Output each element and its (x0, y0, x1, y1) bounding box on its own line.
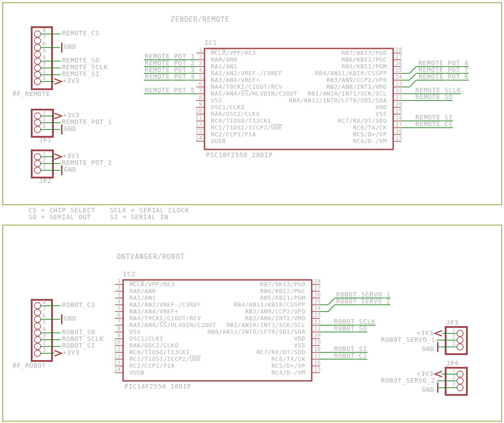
ic-pin-number: 14 (195, 135, 202, 141)
reference-label: IC1 (204, 39, 217, 46)
pin-circle (34, 323, 41, 329)
connector-pin-number: 1 (43, 346, 46, 353)
ic2-symbol[interactable]: IC2 PIC18F2550_28DIP 1MCLR/VPP/RE32RA0/A… (114, 270, 321, 390)
legend-text: SI = SERIAL IN (110, 213, 168, 221)
ic-pin-number: 26 (395, 60, 402, 67)
ic-pin-number: 26 (314, 292, 321, 298)
net-remote-pot-4[interactable]: REMOTE_POT_4 (144, 73, 196, 81)
rf-remote-nets[interactable]: REMOTE_CS GND REMOTE_SO REMOTE_SCLK REMO… (41, 29, 108, 84)
ic-pin-number: 13 (195, 128, 202, 135)
jp1-connector[interactable]: 3 2 1 JP1 +3V3 REMOTE_POT_1 GND (32, 109, 112, 144)
net-label[interactable]: GND (422, 345, 434, 352)
net-label[interactable]: +3V3 (63, 152, 80, 159)
rf-robot-nets[interactable]: ROBOT_CS GND ROBOT_SO ROBOT_SCLK ROBOT_S… (41, 301, 104, 356)
ic-pin-name: VDD (376, 104, 387, 111)
net-remote-so[interactable]: REMOTE_SO (401, 93, 453, 101)
ic-pin-number: 1 (117, 278, 121, 284)
net-label[interactable]: ROBOT_SERVO_1 (381, 336, 435, 344)
net-robot-servo-2[interactable]: ROBOT_SERVO_2 (320, 298, 390, 312)
ic-pin-number: 25 (314, 298, 321, 305)
net-label[interactable]: +3V3 (63, 77, 80, 84)
net-label[interactable]: GND (64, 125, 76, 132)
ic-pin-name: RC4/D-/VM (271, 369, 305, 376)
ic-pin-name: RB6/KBI2/PGC (260, 288, 305, 294)
net-label[interactable]: ROBOT_CS (334, 352, 367, 360)
net-label[interactable]: GND (64, 315, 76, 322)
net-robot-so[interactable]: ROBOT_SO (320, 325, 367, 332)
ic-pin-number: 16 (395, 128, 402, 135)
reference-label: JP2 (39, 177, 52, 184)
ic-pin-name: RC7/RX/DT/SDO (257, 349, 305, 356)
net-label[interactable]: REMOTE_POT_4 (145, 73, 195, 81)
ic-pin-number: 5 (199, 74, 202, 80)
net-label[interactable]: GND (64, 166, 76, 173)
ic-pin-name: RB1/AN10/INT1/SCK/SCL (226, 322, 305, 328)
ic-pin-number: 20 (395, 101, 402, 107)
ic-pin-number: 22 (314, 319, 321, 325)
net-label[interactable]: REMOTE_POT_6 (418, 73, 469, 81)
power-flag-icon (54, 154, 62, 159)
connector-pin-number: 1 (43, 163, 46, 170)
legend-text: SO = SERIAL OUT (29, 213, 91, 221)
pin-circle (34, 160, 41, 167)
ic-pin-number: 18 (314, 346, 321, 352)
net-label[interactable]: ROBOT_SO (334, 325, 367, 332)
pin-circle (34, 58, 41, 64)
ic-pin-name: RB0/AN12/INT0/LFT0/SDI/SDA (208, 328, 306, 335)
ic-pin-name: RC7/RX/DT/SDO (338, 117, 387, 124)
net-label[interactable]: +3V3 (417, 370, 433, 377)
net-wire[interactable] (401, 80, 469, 87)
ic-pin-name: VSS (129, 328, 141, 335)
net-label[interactable]: GND (64, 43, 76, 50)
ic-pin-number: 6 (199, 81, 202, 87)
pin-circle (34, 44, 41, 51)
pin-circle (457, 385, 463, 391)
net-remote-pot-6[interactable]: REMOTE_POT_6 (401, 73, 469, 87)
section-title-robot: ONTVANGER/ROBOT (117, 253, 185, 261)
power-flag-icon (435, 331, 442, 336)
connector-body (446, 368, 467, 395)
jp2-connector[interactable]: 3 2 1 JP2 +3V3 REMOTE_POT_2 GND (32, 150, 112, 184)
rf-robot-connector[interactable]: 8 7 6 5 4 3 2 1 RF_ROBOT (13, 299, 52, 370)
net-label[interactable]: REMOTE_POT_5 (145, 87, 195, 94)
ic-pin-name: RA1/AN1 (211, 63, 237, 70)
ic-pin-number: 22 (395, 87, 402, 94)
power-flag-icon (435, 371, 442, 377)
connector-pin-number: 5 (43, 319, 46, 326)
net-label[interactable]: ROBOT_SERVO_2 (381, 377, 435, 385)
net-label[interactable]: REMOTE_CS (415, 120, 453, 128)
ic-pin-name: RA6/OSC2/CLKO (129, 342, 178, 349)
ic-pin-number: 20 (314, 332, 321, 339)
net-wire[interactable] (320, 305, 390, 312)
ic-pin-name: MCLR/VPP/RE3 (129, 281, 175, 288)
ic-pin-number: 15 (314, 366, 321, 373)
reference-label: RF_ROBOT (13, 362, 46, 370)
ic-pin-rows: 1MCLR/VPP/RE32RA0/AN03RA1/AN14RA2/AN2/VR… (195, 47, 298, 144)
ic-pin-number: 7 (199, 87, 202, 94)
net-remote-pot-5[interactable]: REMOTE_POT_5 (144, 87, 196, 94)
connector-pin-number: 7 (43, 34, 46, 40)
net-label[interactable]: +3V3 (417, 329, 433, 336)
pin-circle (457, 337, 463, 343)
net-label[interactable]: ROBOT_SERVO_2 (336, 298, 390, 305)
legend: CS = CHIP SELECT SCLK = SERIAL CLOCK SO … (29, 207, 189, 221)
pin-circle (34, 316, 41, 322)
ic-pin-name: RC6/TX/CK (353, 124, 387, 131)
part-value-label: PIC18F2550_28DIP (124, 383, 191, 390)
ic-pin-name: RA0/AN0 (129, 288, 156, 294)
ic1-symbol[interactable]: IC1 PIC18F2550_28DIP 1MCLR/VPP/RE32RA0/A… (195, 39, 403, 159)
net-label[interactable]: REMOTE_CS (62, 29, 100, 37)
net-label[interactable]: REMOTE_SO (415, 93, 453, 101)
connector-body (446, 327, 467, 354)
net-label[interactable]: +3V3 (63, 111, 80, 119)
connector-pin-number: 2 (43, 157, 46, 163)
ic-pin-name: RC0/TIOSO/T13CKI (129, 349, 190, 356)
jp3-connector[interactable]: 1 2 3 JP3 +3V3 ROBOT_SERVO_1 GND (381, 319, 467, 354)
net-label[interactable]: ROBOT_CS (62, 301, 95, 309)
rf-remote-connector[interactable]: 8 7 6 5 4 3 2 1 RF_REMOTE (13, 27, 52, 98)
net-robot-cs[interactable]: ROBOT_CS (320, 352, 367, 360)
net-label[interactable]: GND (422, 386, 434, 393)
net-label[interactable]: +3V3 (63, 349, 80, 356)
jp4-connector[interactable]: 1 2 3 JP4 +3V3 ROBOT_SERVO_2 GND (381, 360, 467, 395)
net-remote-cs[interactable]: REMOTE_CS (401, 120, 453, 128)
